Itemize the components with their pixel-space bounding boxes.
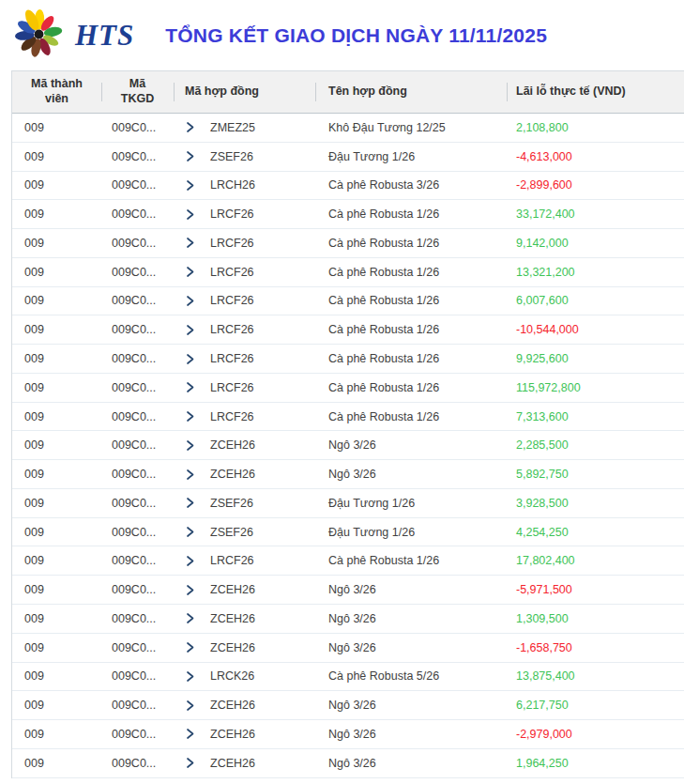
expand-chevron-icon[interactable] [184, 641, 196, 653]
cell-account: 009C0... [101, 287, 174, 315]
cell-contract-code: ZCEH26 [210, 612, 255, 625]
expand-chevron-icon[interactable] [184, 728, 196, 740]
col-header-pnl: Lãi lỗ thực tế (VND) [507, 71, 684, 113]
cell-pnl: 1,964,250 [507, 749, 684, 777]
expand-chevron-icon[interactable] [184, 266, 196, 278]
cell-pnl: 6,217,750 [507, 691, 684, 719]
cell-pnl: -10,544,000 [507, 315, 684, 344]
cell-contract-name: Cà phê Robusta 1/26 [315, 200, 507, 228]
table-row[interactable]: 009 009C0... ZCEH26 Ngô 3/26 6,217,750 [12, 691, 684, 720]
table-row[interactable]: 009 009C0... ZCEH26 Ngô 3/26 1,964,250 [12, 749, 684, 778]
cell-account: 009C0... [101, 431, 174, 459]
cell-member: 009 [12, 576, 101, 604]
cell-pnl: 33,172,400 [507, 200, 684, 228]
cell-account: 009C0... [101, 258, 174, 286]
expand-chevron-icon[interactable] [184, 526, 196, 538]
table-row[interactable]: 009 009C0... ZCEH26 Ngô 3/26 -5,971,500 [12, 576, 684, 605]
hts-logo [9, 5, 68, 67]
cell-member: 009 [12, 431, 101, 459]
table-row[interactable]: 009 009C0... ZCEH26 Ngô 3/26 5,892,750 [12, 460, 684, 489]
table-row[interactable]: 009 009C0... LRCF26 Cà phê Robusta 1/26 … [12, 374, 684, 403]
expand-chevron-icon[interactable] [184, 469, 196, 481]
table-row[interactable]: 009 009C0... LRCF26 Cà phê Robusta 1/26 … [12, 287, 684, 316]
table-row[interactable]: 009 009C0... ZSEF26 Đậu Tương 1/26 3,928… [12, 489, 684, 518]
cell-contract-code: LRCH26 [210, 178, 255, 192]
cell-pnl: -2,979,000 [507, 720, 684, 748]
table-row[interactable]: 009 009C0... ZCEH26 Ngô 3/26 2,285,500 [12, 431, 684, 460]
expand-chevron-icon[interactable] [184, 237, 196, 249]
expand-chevron-icon[interactable] [184, 497, 196, 509]
cell-account: 009C0... [101, 143, 174, 171]
cell-contract-code: ZSEF26 [210, 497, 253, 510]
cell-account: 009C0... [101, 229, 174, 257]
table-row[interactable]: 009 009C0... ZSEF26 Đậu Tương 1/26 -4,61… [12, 143, 684, 172]
expand-chevron-icon[interactable] [184, 121, 196, 133]
cell-account: 009C0... [101, 720, 174, 748]
col-header-contract-code: Mã hợp đồng [174, 71, 315, 113]
expand-chevron-icon[interactable] [184, 150, 196, 162]
table-row[interactable]: 009 009C0... LRCF26 Cà phê Robusta 1/26 … [12, 229, 684, 258]
cell-account: 009C0... [101, 460, 174, 488]
cell-contract-name: Khô Đậu Tương 12/25 [315, 114, 507, 142]
cell-account: 009C0... [101, 605, 174, 633]
table-row[interactable]: 009 009C0... LRCF26 Cà phê Robusta 1/26 … [12, 315, 684, 345]
cell-member: 009 [12, 489, 101, 517]
cell-account: 009C0... [101, 691, 174, 719]
col-header-contract-name: Tên hợp đồng [315, 71, 507, 113]
table-row[interactable]: 009 009C0... ZMEZ25 Khô Đậu Tương 12/25 … [12, 114, 684, 143]
cell-member: 009 [12, 374, 101, 402]
cell-member: 009 [12, 258, 101, 286]
expand-chevron-icon[interactable] [184, 670, 196, 683]
table-header-row: Mã thành viên Mã TKGD Mã hợp đồng Tên hợ… [12, 71, 684, 114]
expand-chevron-icon[interactable] [184, 295, 196, 307]
table-row[interactable]: 009 009C0... ZCEH26 Ngô 3/26 -1,658,750 [12, 634, 684, 663]
expand-chevron-icon[interactable] [184, 410, 196, 423]
table-row[interactable]: 009 009C0... LRCF26 Cà phê Robusta 1/26 … [12, 345, 684, 374]
table-row[interactable]: 009 009C0... LRCF26 Cà phê Robusta 1/26 … [12, 403, 684, 432]
table-row[interactable]: 009 009C0... ZCEH26 Ngô 3/26 1,309,500 [12, 605, 684, 634]
cell-account: 009C0... [101, 172, 174, 200]
cell-account: 009C0... [101, 200, 174, 228]
table-row[interactable]: 009 009C0... LRCH26 Cà phê Robusta 3/26 … [12, 172, 684, 201]
expand-chevron-icon[interactable] [184, 439, 196, 452]
table-row[interactable]: 009 009C0... LRCF26 Cà phê Robusta 1/26 … [12, 200, 684, 229]
brand-text: HTS [75, 19, 134, 53]
cell-pnl: -1,658,750 [507, 634, 684, 662]
cell-contract-code: ZCEH26 [210, 699, 255, 712]
cell-contract-name: Ngô 3/26 [315, 634, 507, 662]
cell-contract-name: Cà phê Robusta 1/26 [315, 345, 507, 373]
cell-pnl: 13,321,200 [507, 258, 684, 286]
table-row[interactable]: 009 009C0... ZSEF26 Đậu Tương 1/26 4,254… [12, 518, 684, 547]
expand-chevron-icon[interactable] [184, 208, 196, 221]
cell-member: 009 [12, 345, 101, 373]
expand-chevron-icon[interactable] [184, 757, 196, 769]
table-row[interactable]: 009 009C0... LRCK26 Cà phê Robusta 5/26 … [12, 663, 684, 692]
cell-member: 009 [12, 143, 101, 171]
cell-member: 009 [12, 172, 101, 200]
cell-member: 009 [12, 460, 101, 488]
expand-chevron-icon[interactable] [184, 381, 196, 393]
cell-pnl: -5,971,500 [507, 576, 684, 604]
cell-account: 009C0... [101, 546, 174, 575]
cell-contract-name: Cà phê Robusta 5/26 [315, 663, 507, 691]
page-header: HTS TỔNG KẾT GIAO DỊCH NGÀY 11/11/2025 [0, 0, 684, 70]
cell-pnl: 13,875,400 [507, 663, 684, 691]
cell-contract-code: ZCEH26 [210, 641, 255, 654]
expand-chevron-icon[interactable] [184, 584, 196, 596]
table-row[interactable]: 009 009C0... LRCF26 Cà phê Robusta 1/26 … [12, 258, 684, 287]
cell-pnl: 115,972,800 [507, 374, 684, 402]
table-row[interactable]: 009 009C0... LRCF26 Cà phê Robusta 1/26 … [12, 546, 684, 576]
expand-chevron-icon[interactable] [184, 179, 196, 192]
expand-chevron-icon[interactable] [184, 324, 196, 336]
cell-contract-name: Đậu Tương 1/26 [315, 518, 507, 546]
pinwheel-flower-icon [9, 5, 68, 64]
cell-contract-code: LRCF26 [210, 294, 254, 307]
expand-chevron-icon[interactable] [184, 555, 196, 567]
expand-chevron-icon[interactable] [184, 699, 196, 712]
cell-contract-name: Cà phê Robusta 1/26 [315, 403, 507, 431]
cell-pnl: 5,892,750 [507, 460, 684, 488]
table-row[interactable]: 009 009C0... ZCEH26 Ngô 3/26 -2,979,000 [12, 720, 684, 749]
cell-contract-code: ZCEH26 [210, 757, 255, 770]
expand-chevron-icon[interactable] [184, 612, 196, 624]
expand-chevron-icon[interactable] [184, 353, 196, 365]
